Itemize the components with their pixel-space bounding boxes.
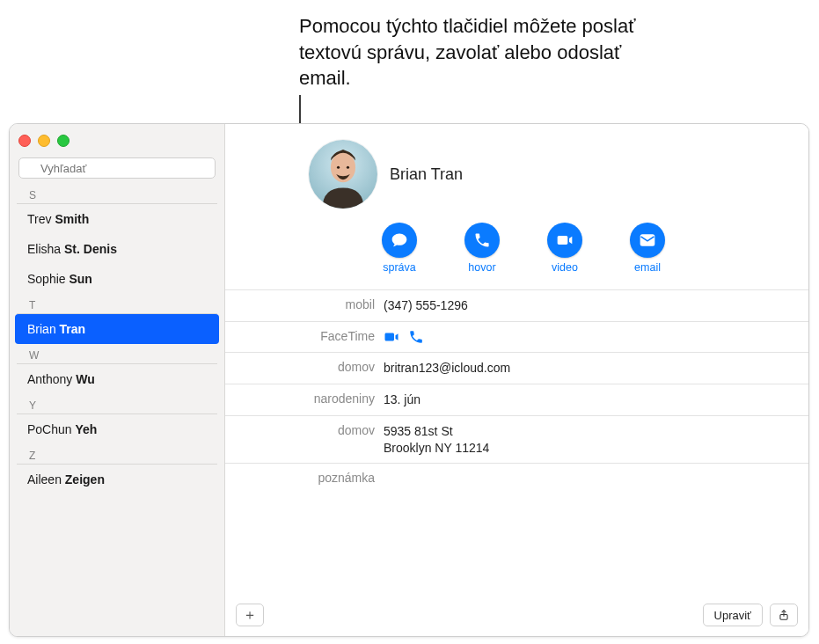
close-icon[interactable] [18, 135, 31, 147]
field-label: FaceTime [225, 329, 384, 343]
contact-first: Sophie [27, 272, 66, 286]
email-button[interactable]: email [621, 223, 674, 274]
list-item[interactable]: Trev Smith [15, 204, 219, 234]
section-header-y: Y [17, 394, 217, 414]
list-item[interactable]: Brian Tran [15, 314, 219, 344]
contact-last: Zeigen [65, 472, 105, 487]
edit-button[interactable]: Upraviť [703, 604, 763, 626]
call-label: hovor [468, 261, 495, 274]
contacts-window: S Trev Smith Elisha St. Denis Sophie Sun… [9, 123, 809, 637]
sidebar: S Trev Smith Elisha St. Denis Sophie Sun… [10, 124, 225, 636]
plus-icon: ＋ [243, 606, 257, 625]
list-item[interactable]: Aileen Zeigen [15, 465, 219, 494]
field-value[interactable]: britran123@icloud.com [384, 360, 510, 377]
field-home-address: domov 5935 81st St Brooklyn NY 11214 [225, 415, 808, 464]
video-label: video [552, 261, 578, 274]
field-value: 13. jún [384, 392, 420, 408]
list-item[interactable]: Sophie Sun [15, 264, 219, 294]
contact-last: Yeh [75, 422, 97, 436]
minimize-icon[interactable] [38, 135, 50, 147]
add-button[interactable]: ＋ [236, 604, 264, 626]
message-label: správa [383, 261, 416, 274]
field-mobile: mobil (347) 555-1296 [225, 289, 808, 321]
contact-last: St. Denis [64, 242, 117, 256]
maximize-icon[interactable] [57, 135, 69, 147]
message-icon [391, 231, 408, 249]
section-header-s: S [17, 184, 217, 204]
svg-point-4 [337, 166, 340, 169]
contact-first: PoChun [27, 422, 72, 436]
contact-detail: Brian Tran správa hovor video [225, 124, 808, 636]
field-facetime: FaceTime [225, 321, 808, 352]
field-label: domov [225, 423, 384, 437]
share-icon [778, 609, 790, 621]
contact-last: Tran [60, 322, 86, 336]
video-icon [556, 231, 574, 249]
list-item[interactable]: Anthony Wu [15, 364, 219, 394]
field-home-email: domov britran123@icloud.com [225, 352, 808, 384]
svg-point-5 [347, 166, 349, 169]
avatar[interactable] [309, 140, 377, 209]
message-button[interactable]: správa [373, 223, 426, 274]
section-header-z: Z [17, 444, 217, 465]
contact-name: Brian Tran [390, 165, 463, 184]
contact-first: Aileen [27, 472, 62, 487]
address-line1: 5935 81st St [384, 423, 489, 440]
field-label: mobil [225, 297, 384, 311]
address-line2: Brooklyn NY 11214 [384, 440, 489, 457]
contact-last: Wu [76, 372, 95, 386]
list-item[interactable]: Elisha St. Denis [15, 234, 219, 264]
field-label: domov [225, 360, 384, 374]
callout-text: Pomocou týchto tlačidiel môžete poslať t… [299, 13, 669, 91]
email-icon [639, 231, 656, 249]
contact-first: Brian [27, 322, 56, 336]
facetime-audio-icon[interactable] [408, 329, 424, 345]
search-input[interactable] [18, 157, 216, 179]
section-header-t: T [17, 294, 217, 314]
phone-icon [473, 231, 491, 249]
field-value[interactable]: (347) 555-1296 [384, 297, 468, 314]
contact-first: Anthony [27, 372, 72, 386]
field-label: narodeniny [225, 392, 384, 406]
email-label: email [634, 261, 661, 274]
field-value[interactable]: 5935 81st St Brooklyn NY 11214 [384, 423, 489, 457]
contact-last: Smith [55, 212, 89, 226]
contact-last: Sun [69, 272, 91, 286]
share-button[interactable] [770, 604, 798, 626]
section-header-w: W [17, 344, 217, 364]
contact-first: Elisha [27, 242, 61, 256]
facetime-video-icon[interactable] [384, 329, 399, 345]
list-item[interactable]: PoChun Yeh [15, 414, 219, 444]
contact-first: Trev [27, 212, 51, 226]
video-button[interactable]: video [538, 223, 591, 274]
call-button[interactable]: hovor [456, 223, 508, 274]
field-birthday: narodeniny 13. jún [225, 384, 808, 415]
field-label: poznámka [225, 471, 384, 485]
field-note: poznámka [225, 463, 808, 492]
window-controls [10, 124, 224, 157]
